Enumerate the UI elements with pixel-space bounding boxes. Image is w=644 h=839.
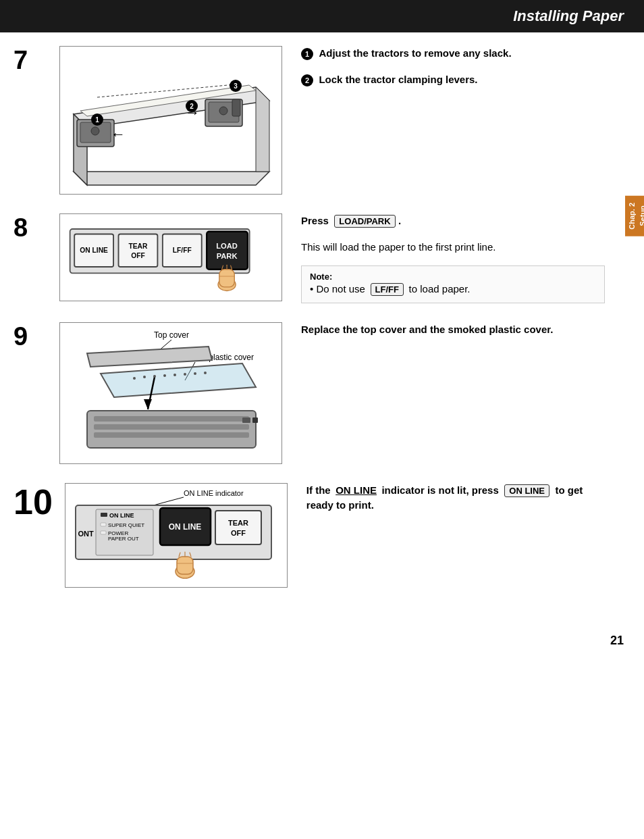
svg-text:ON LINE indicator: ON LINE indicator xyxy=(184,489,244,497)
page-title: Installing Paper xyxy=(513,7,624,25)
svg-rect-78 xyxy=(215,511,261,544)
step-8-press-line: Press LOAD/PARK . xyxy=(301,213,605,229)
header-bar: Installing Paper xyxy=(0,0,644,32)
svg-rect-69 xyxy=(101,513,107,517)
svg-point-57 xyxy=(153,375,156,378)
svg-rect-46 xyxy=(94,416,249,422)
svg-point-56 xyxy=(143,376,146,378)
step-8-svg: ON LINE TEAR OFF LF/FF LOAD PARK xyxy=(67,213,275,301)
svg-text:PARK: PARK xyxy=(217,252,238,260)
chapter-tab: Chap. 2 Setup xyxy=(625,196,644,236)
step-8-diagram: ON LINE TEAR OFF LF/FF LOAD PARK xyxy=(59,213,282,301)
svg-point-61 xyxy=(194,372,196,375)
svg-text:ON LINE: ON LINE xyxy=(80,247,108,254)
step-9-number: 9 xyxy=(14,324,47,349)
step-8-note-box: Note: • Do not use LF/FF to load paper. xyxy=(301,265,605,303)
on-line-key-inline: ON LINE xyxy=(504,484,549,497)
svg-rect-35 xyxy=(219,270,234,287)
svg-point-59 xyxy=(173,374,176,376)
step-7-text-1: Adjust the tractors to remove any slack. xyxy=(319,47,511,59)
svg-rect-50 xyxy=(252,417,258,423)
svg-rect-48 xyxy=(94,432,249,438)
svg-text:1: 1 xyxy=(95,116,99,124)
svg-text:OFF: OFF xyxy=(131,252,145,259)
svg-point-60 xyxy=(184,373,186,376)
step-9-svg: Top cover Smoked plastic cover xyxy=(60,323,282,464)
svg-marker-1 xyxy=(74,172,269,185)
setup-label: Setup xyxy=(639,206,644,227)
step-9-instruction: Replace the top cover and the smoked pla… xyxy=(301,324,553,335)
svg-rect-31 xyxy=(207,232,248,270)
svg-rect-26 xyxy=(119,234,158,267)
svg-rect-73 xyxy=(101,531,106,534)
step-9-row: 9 Top cover Smoked plastic cover xyxy=(14,322,605,464)
svg-text:SUPER QUIET: SUPER QUIET xyxy=(108,522,144,528)
svg-rect-47 xyxy=(94,424,249,430)
svg-text:LOAD: LOAD xyxy=(216,242,238,250)
load-park-key-inline: LOAD/PARK xyxy=(334,215,395,228)
svg-point-9 xyxy=(91,127,99,135)
step-8-description: This will load the paper to the first pr… xyxy=(301,240,605,255)
svg-text:ONT: ONT xyxy=(78,530,94,538)
svg-text:2: 2 xyxy=(190,103,194,110)
svg-point-55 xyxy=(133,377,136,380)
svg-text:PAPER OUT: PAPER OUT xyxy=(108,536,139,542)
note-text: • Do not use xyxy=(310,283,365,295)
circle-1: 1 xyxy=(301,48,313,60)
svg-text:Top cover: Top cover xyxy=(154,330,189,340)
step-10-diagram: ON LINE indicator ONT ON LINE SUPER QUIE… xyxy=(65,483,288,588)
step-7-row: 7 xyxy=(14,46,605,195)
step-7-diagram: ← → 1 2 3 xyxy=(59,46,282,195)
step-7-text: 1 Adjust the tractors to remove any slac… xyxy=(294,46,605,98)
step-10-prefix: If the xyxy=(306,484,331,496)
svg-rect-21 xyxy=(232,99,240,116)
press-label: Press xyxy=(301,215,329,226)
step-8-text: Press LOAD/PARK . This will load the pap… xyxy=(294,213,605,303)
circle-2: 2 xyxy=(301,74,313,86)
svg-text:←: ← xyxy=(111,126,126,143)
step-9-text: Replace the top cover and the smoked pla… xyxy=(294,322,605,338)
lf-ff-key-inline: LF/FF xyxy=(371,283,404,296)
step-7-instruction-1: 1 Adjust the tractors to remove any slac… xyxy=(301,46,605,61)
step-7-instruction-2: 2 Lock the tractor clamping levers. xyxy=(301,72,605,88)
step-8-number: 8 xyxy=(14,215,47,240)
step-10-middle: indicator is not lit, press xyxy=(381,484,498,496)
step-8-desc-text: This will load the paper to the first pr… xyxy=(301,241,495,253)
svg-text:TEAR: TEAR xyxy=(129,243,149,250)
chapter-label: Chap. 2 xyxy=(628,203,636,230)
svg-text:ON LINE: ON LINE xyxy=(169,522,202,532)
svg-text:3: 3 xyxy=(234,82,238,90)
main-content: 7 xyxy=(0,32,644,627)
step-10-underline: ON LINE xyxy=(336,484,377,496)
step-10-number: 10 xyxy=(14,484,53,519)
svg-point-12 xyxy=(219,107,227,115)
svg-rect-71 xyxy=(101,523,106,526)
svg-point-58 xyxy=(163,374,166,377)
svg-point-62 xyxy=(204,372,207,374)
svg-marker-4 xyxy=(256,87,269,172)
svg-text:ON LINE: ON LINE xyxy=(109,512,134,519)
step-10-row: 10 ON LINE indicator ONT ON LINE SUPER Q… xyxy=(14,483,605,588)
step-10-text: If the ON LINE indicator is not lit, pre… xyxy=(300,483,605,513)
svg-rect-49 xyxy=(242,417,250,423)
page-number: 21 xyxy=(0,634,644,655)
step-10-svg: ON LINE indicator ONT ON LINE SUPER QUIE… xyxy=(65,484,288,588)
svg-rect-82 xyxy=(177,557,193,574)
step-8-row: 8 ON LINE TEAR OFF LF/FF LOAD PARK xyxy=(14,213,605,303)
press-period: . xyxy=(398,215,401,226)
step-7-number: 7 xyxy=(14,47,47,73)
svg-text:TEAR: TEAR xyxy=(228,519,248,527)
step-9-diagram: Top cover Smoked plastic cover xyxy=(59,322,282,464)
svg-text:OFF: OFF xyxy=(231,529,246,537)
step-7-text-2: Lock the tractor clamping levers. xyxy=(319,74,477,85)
svg-text:LF/FF: LF/FF xyxy=(173,247,192,254)
note-text2: to load paper. xyxy=(409,283,471,295)
step-7-svg: ← → 1 2 3 xyxy=(60,47,282,195)
note-label: Note: xyxy=(310,272,332,282)
